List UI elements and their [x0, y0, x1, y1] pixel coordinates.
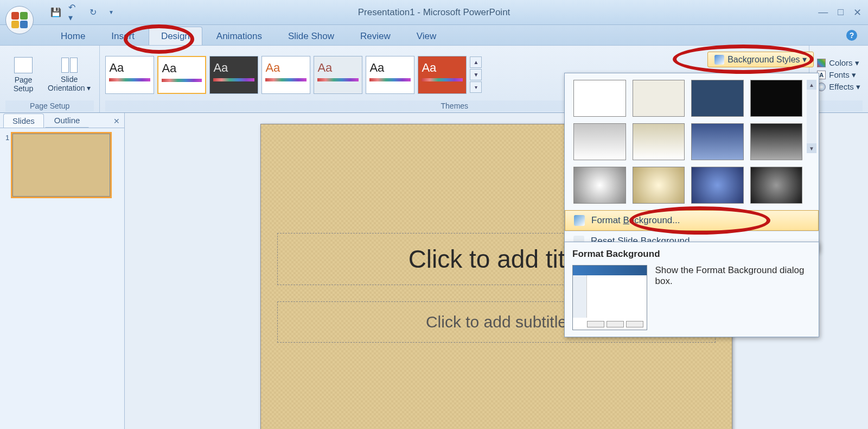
background-styles-dropdown: ▲ ▼ Format Background... Reset Slide Bac…	[564, 73, 819, 251]
background-swatch[interactable]	[573, 80, 626, 117]
ribbon-tabs: Home Insert Design Animations Slide Show…	[0, 25, 868, 46]
tooltip-title: Format Background	[572, 249, 811, 260]
colors-button[interactable]: Colors ▾	[815, 58, 863, 68]
office-button[interactable]	[5, 6, 34, 34]
background-swatch[interactable]	[573, 123, 626, 160]
group-label-background	[815, 100, 863, 111]
quick-access-toolbar: 💾 ↶ ▾ ↻ ▼	[50, 7, 117, 18]
tab-review[interactable]: Review	[348, 27, 403, 45]
theme-thumbnail[interactable]: Aa	[157, 56, 206, 94]
slide-orientation-button[interactable]: Slide Orientation ▾	[44, 55, 94, 94]
page-setup-icon	[14, 57, 33, 73]
format-background-icon	[574, 215, 585, 226]
background-styles-button[interactable]: Background Styles ▾	[707, 52, 814, 67]
slide-thumbnail-item[interactable]: 1	[5, 134, 119, 197]
colors-label: Colors ▾	[829, 58, 859, 68]
theme-thumbnail[interactable]: Aa	[418, 56, 467, 94]
tab-insert[interactable]: Insert	[99, 27, 146, 45]
background-swatch[interactable]	[691, 80, 744, 117]
qat-dropdown-icon[interactable]: ▼	[105, 7, 117, 18]
background-styles-label: Background Styles ▾	[727, 54, 807, 65]
background-swatch[interactable]	[750, 80, 803, 117]
page-setup-button[interactable]: Page Setup	[5, 55, 41, 95]
window-controls: — □ ✕	[818, 7, 861, 18]
theme-thumbnail[interactable]: Aa	[105, 56, 154, 94]
colors-icon	[817, 59, 826, 67]
theme-thumbnail[interactable]: Aa	[314, 56, 362, 94]
title-bar: 💾 ↶ ▾ ↻ ▼ Presentation1 - Microsoft Powe…	[0, 0, 868, 25]
background-swatch[interactable]	[633, 80, 685, 117]
slide-orientation-icon	[61, 58, 78, 73]
pane-tab-outline[interactable]: Outline	[45, 113, 90, 128]
theme-thumbnail[interactable]: Aa	[261, 56, 310, 94]
slide-number: 1	[5, 134, 9, 197]
group-page-setup: Page Setup Slide Orientation ▾ Page Setu…	[0, 46, 100, 112]
theme-thumbnail[interactable]: Aa	[209, 56, 258, 94]
effects-button[interactable]: Effects ▾	[815, 81, 863, 92]
slide-thumbnail-list: 1	[0, 128, 124, 202]
fonts-label: Fonts ▾	[829, 70, 856, 80]
tab-design[interactable]: Design	[149, 27, 202, 45]
pane-tabs: Slides Outline ✕	[0, 113, 124, 128]
tab-animations[interactable]: Animations	[205, 27, 274, 45]
minimize-button[interactable]: —	[818, 7, 828, 18]
background-swatch[interactable]	[750, 123, 803, 160]
page-setup-label: Page Setup	[14, 75, 34, 93]
pane-close-icon[interactable]: ✕	[113, 117, 120, 125]
office-logo-icon	[11, 12, 28, 28]
undo-icon[interactable]: ↶ ▾	[68, 7, 80, 18]
background-swatch[interactable]	[750, 167, 803, 204]
tab-slideshow[interactable]: Slide Show	[276, 27, 346, 45]
save-icon[interactable]: 💾	[50, 7, 62, 18]
background-swatch[interactable]	[691, 123, 744, 160]
fonts-button[interactable]: AFonts ▾	[815, 70, 863, 80]
scroll-down-icon[interactable]: ▼	[807, 143, 816, 153]
help-icon[interactable]: ?	[846, 30, 857, 41]
background-styles-icon	[714, 55, 724, 65]
background-swatch-grid	[565, 73, 819, 210]
tooltip-preview-image	[572, 265, 647, 330]
theme-thumbnail[interactable]: Aa	[366, 56, 414, 94]
tooltip-description: Show the Format Background dialog box.	[655, 265, 811, 330]
close-button[interactable]: ✕	[853, 7, 861, 18]
effects-label: Effects ▾	[829, 82, 860, 92]
window-title: Presentation1 - Microsoft PowerPoint	[358, 7, 510, 18]
format-background-menu-item[interactable]: Format Background...	[565, 210, 819, 231]
slide-orientation-label: Slide Orientation ▾	[48, 75, 91, 92]
background-swatch[interactable]	[633, 123, 685, 160]
format-background-tooltip: Format Background Show the Format Backgr…	[564, 242, 819, 337]
redo-icon[interactable]: ↻	[87, 7, 99, 18]
theme-gallery-more[interactable]: ▲▼▾	[470, 56, 482, 93]
maximize-button[interactable]: □	[838, 7, 844, 18]
format-background-label: Format Background...	[591, 215, 680, 226]
tab-home[interactable]: Home	[49, 27, 97, 45]
pane-tab-slides[interactable]: Slides	[3, 113, 44, 128]
scroll-up-icon[interactable]: ▲	[807, 80, 816, 90]
left-pane: Slides Outline ✕ 1	[0, 113, 125, 429]
group-label-page-setup: Page Setup	[5, 100, 94, 111]
background-swatch[interactable]	[691, 167, 744, 204]
background-swatch[interactable]	[633, 167, 685, 204]
background-swatch[interactable]	[573, 167, 626, 204]
dropdown-scrollbar[interactable]: ▲ ▼	[807, 80, 816, 153]
slide-thumbnail	[12, 134, 110, 197]
tab-view[interactable]: View	[405, 27, 449, 45]
